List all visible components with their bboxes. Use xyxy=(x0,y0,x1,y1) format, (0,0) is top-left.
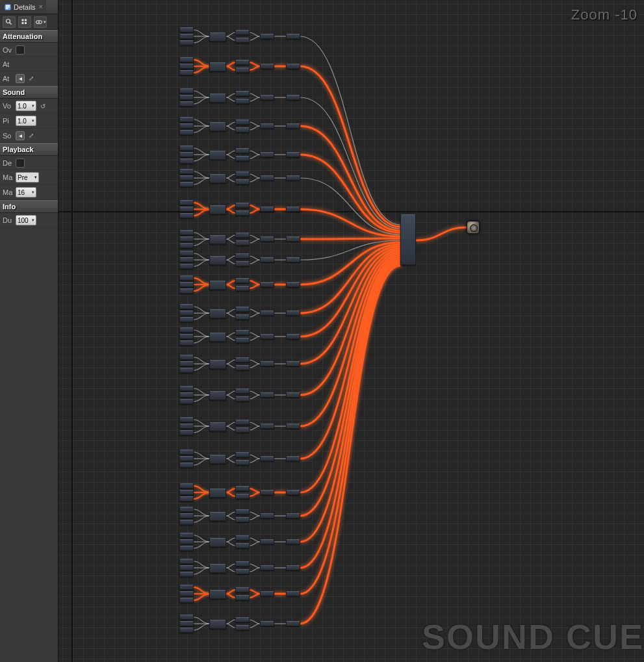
graph-node[interactable] xyxy=(179,520,194,525)
graph-node[interactable] xyxy=(235,388,250,394)
graph-node[interactable] xyxy=(260,152,274,157)
graph-node[interactable] xyxy=(179,483,194,489)
graph-node[interactable] xyxy=(260,456,274,461)
graph-node[interactable] xyxy=(235,233,250,238)
graph-node[interactable] xyxy=(286,207,300,212)
graph-node[interactable] xyxy=(179,282,194,287)
graph-node[interactable] xyxy=(235,338,250,343)
graph-node[interactable] xyxy=(179,598,194,603)
graph-node[interactable] xyxy=(179,361,194,366)
graph-node[interactable] xyxy=(179,533,194,538)
mixer-node[interactable] xyxy=(400,214,416,265)
graph-node[interactable] xyxy=(209,122,226,131)
graph-node[interactable] xyxy=(286,34,300,39)
graph-node[interactable] xyxy=(286,95,300,100)
graph-node[interactable] xyxy=(179,539,194,544)
graph-node[interactable] xyxy=(235,314,250,320)
graph-node[interactable] xyxy=(260,539,274,544)
graph-node[interactable] xyxy=(286,64,300,69)
graph-node[interactable] xyxy=(179,264,194,269)
graph-node[interactable] xyxy=(179,591,194,596)
graph-node[interactable] xyxy=(179,559,194,564)
graph-node[interactable] xyxy=(286,565,300,570)
graph-node[interactable] xyxy=(179,213,194,218)
graph-node[interactable] xyxy=(235,286,250,291)
graph-node[interactable] xyxy=(209,538,226,547)
graph-node[interactable] xyxy=(235,365,250,370)
graph-node[interactable] xyxy=(235,307,250,312)
graph-node[interactable] xyxy=(235,535,250,541)
graph-node[interactable] xyxy=(179,88,194,94)
graph-node[interactable] xyxy=(286,361,300,366)
graph-node[interactable] xyxy=(286,392,300,398)
graph-node[interactable] xyxy=(286,282,300,287)
graph-node[interactable] xyxy=(209,94,226,103)
graph-node[interactable] xyxy=(179,340,194,346)
graph-node[interactable] xyxy=(286,175,300,181)
graph-node[interactable] xyxy=(235,452,250,457)
graph-node[interactable] xyxy=(235,210,250,216)
graph-node[interactable] xyxy=(286,334,300,339)
graph-node[interactable] xyxy=(179,175,194,181)
graph-node[interactable] xyxy=(260,361,274,366)
graph-node[interactable] xyxy=(179,392,194,398)
graph-node[interactable] xyxy=(179,507,194,512)
max-count-spinner[interactable]: 16▾ xyxy=(16,187,36,197)
graph-node[interactable] xyxy=(179,257,194,262)
graph-node[interactable] xyxy=(235,179,250,185)
graph-node[interactable] xyxy=(235,486,250,491)
graph-node[interactable] xyxy=(209,151,226,160)
expand-icon[interactable]: ⤢ xyxy=(27,75,35,83)
graph-node[interactable] xyxy=(286,424,300,429)
graph-node[interactable] xyxy=(235,494,250,499)
graph-node[interactable] xyxy=(179,34,194,39)
graph-node[interactable] xyxy=(260,565,274,570)
graph-node[interactable] xyxy=(260,64,274,69)
graph-node[interactable] xyxy=(209,590,226,599)
graph-node[interactable] xyxy=(179,417,194,422)
graph-node[interactable] xyxy=(260,591,274,596)
graph-node[interactable] xyxy=(179,424,194,429)
graph-node[interactable] xyxy=(286,513,300,518)
graph-node[interactable] xyxy=(286,311,300,316)
graph-node[interactable] xyxy=(179,27,194,32)
graph-node[interactable] xyxy=(179,546,194,551)
graph-node[interactable] xyxy=(235,60,250,65)
graph-node[interactable] xyxy=(260,207,274,212)
graph-node[interactable] xyxy=(209,62,226,71)
graph-node[interactable] xyxy=(179,386,194,391)
graph-node[interactable] xyxy=(179,628,194,633)
graph-node[interactable] xyxy=(179,182,194,187)
graph-node[interactable] xyxy=(209,205,226,214)
pitch-spinner[interactable]: 1.0▾ xyxy=(16,116,36,126)
graph-node[interactable] xyxy=(235,99,250,104)
graph-node[interactable] xyxy=(179,463,194,468)
graph-node[interactable] xyxy=(179,304,194,309)
graph-node[interactable] xyxy=(235,30,250,35)
graph-node[interactable] xyxy=(235,38,250,43)
graph-node[interactable] xyxy=(286,257,300,262)
close-icon[interactable]: × xyxy=(38,3,43,10)
section-sound[interactable]: Sound xyxy=(0,86,58,99)
graph-node[interactable] xyxy=(179,450,194,455)
graph-node[interactable] xyxy=(235,543,250,548)
graph-node[interactable] xyxy=(260,490,274,495)
graph-node[interactable] xyxy=(179,621,194,626)
graph-node[interactable] xyxy=(235,509,250,515)
graph-node[interactable] xyxy=(209,512,226,521)
graph-node[interactable] xyxy=(235,517,250,522)
graph-node[interactable] xyxy=(179,236,194,242)
graph-node[interactable] xyxy=(179,123,194,129)
graph-node[interactable] xyxy=(286,621,300,626)
duration-spinner[interactable]: 100▾ xyxy=(16,215,36,225)
graph-node[interactable] xyxy=(179,251,194,256)
tab-details[interactable]: Details × xyxy=(0,0,46,14)
graph-node[interactable] xyxy=(260,95,274,100)
graph-node[interactable] xyxy=(235,396,250,401)
graph-node[interactable] xyxy=(179,130,194,135)
graph-node[interactable] xyxy=(260,236,274,242)
graph-node[interactable] xyxy=(179,152,194,157)
graph-node[interactable] xyxy=(235,460,250,465)
graph-node[interactable] xyxy=(235,261,250,266)
graph-node[interactable] xyxy=(179,615,194,620)
